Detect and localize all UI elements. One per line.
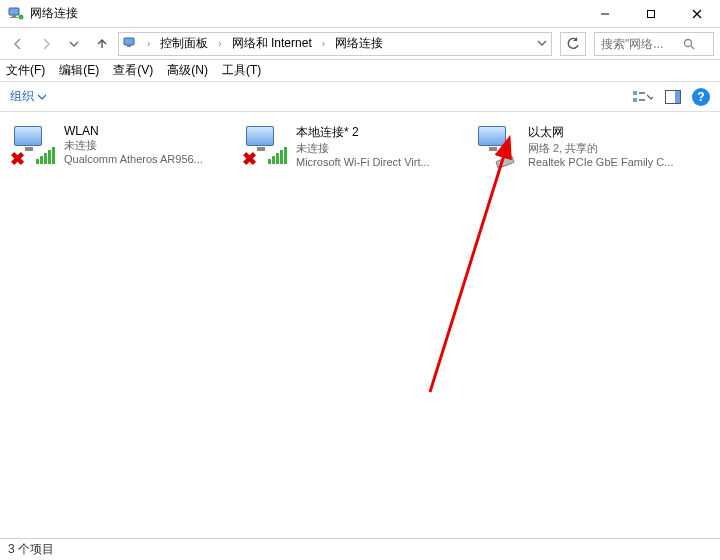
network-adapter-icon: ✖: [10, 124, 58, 166]
svg-rect-14: [639, 92, 645, 94]
connection-name: 本地连接* 2: [296, 124, 430, 141]
ethernet-plug-icon: [495, 155, 515, 169]
connection-item-ethernet[interactable]: 以太网 网络 2, 共享的 Realtek PCIe GbE Family C.…: [470, 120, 700, 172]
status-bar: 3 个项目: [0, 538, 720, 560]
annotation-arrow: [0, 112, 700, 532]
pane-icon: [665, 90, 681, 104]
up-button[interactable]: [90, 32, 114, 56]
organize-label: 组织: [10, 88, 34, 105]
refresh-icon: [566, 37, 580, 51]
status-item-count: 3 个项目: [8, 541, 54, 558]
menu-bar: 文件(F) 编辑(E) 查看(V) 高级(N) 工具(T): [0, 60, 720, 82]
chevron-down-icon: [38, 93, 46, 101]
window-icon: [8, 6, 24, 22]
svg-rect-13: [633, 98, 637, 102]
connection-name: WLAN: [64, 124, 203, 138]
help-button[interactable]: ?: [692, 88, 710, 106]
organize-button[interactable]: 组织: [10, 88, 46, 105]
connection-status: 网络 2, 共享的: [528, 141, 674, 156]
svg-rect-1: [12, 15, 16, 17]
address-icon: [123, 36, 139, 52]
menu-view[interactable]: 查看(V): [113, 62, 153, 79]
svg-rect-17: [675, 91, 680, 103]
content-area: ✖ WLAN 未连接 Qualcomm Atheros AR956... ✖ 本…: [0, 112, 720, 538]
search-icon: [683, 38, 695, 50]
svg-rect-8: [124, 38, 134, 45]
address-bar[interactable]: › 控制面板 › 网络和 Internet › 网络连接: [118, 32, 552, 56]
connection-name: 以太网: [528, 124, 674, 141]
menu-file[interactable]: 文件(F): [6, 62, 45, 79]
breadcrumb-separator: ›: [143, 38, 154, 49]
menu-tools[interactable]: 工具(T): [222, 62, 261, 79]
breadcrumb-item[interactable]: 网络和 Internet: [230, 35, 314, 52]
svg-line-18: [430, 152, 505, 392]
refresh-button[interactable]: [560, 32, 586, 56]
view-icon: [633, 90, 645, 104]
disconnected-icon: ✖: [242, 150, 257, 168]
chevron-down-icon: [537, 38, 547, 48]
preview-pane-button[interactable]: [662, 86, 684, 108]
connection-device: Microsoft Wi-Fi Direct Virt...: [296, 156, 430, 168]
search-input[interactable]: [599, 36, 679, 52]
svg-line-11: [691, 46, 694, 49]
toolbar: 组织 ?: [0, 82, 720, 112]
connection-status: 未连接: [296, 141, 430, 156]
connection-item-wlan[interactable]: ✖ WLAN 未连接 Qualcomm Atheros AR956...: [6, 120, 236, 170]
network-adapter-icon: [474, 124, 522, 166]
forward-button[interactable]: [34, 32, 58, 56]
connection-device: Realtek PCIe GbE Family C...: [528, 156, 674, 168]
recent-dropdown[interactable]: [62, 32, 86, 56]
svg-rect-0: [9, 8, 19, 15]
breadcrumb-separator: ›: [214, 38, 225, 49]
menu-edit[interactable]: 编辑(E): [59, 62, 99, 79]
svg-rect-5: [648, 10, 655, 17]
menu-advanced[interactable]: 高级(N): [167, 62, 208, 79]
minimize-button[interactable]: [582, 0, 628, 27]
maximize-button[interactable]: [628, 0, 674, 27]
view-mode-button[interactable]: [632, 86, 654, 108]
minimize-icon: [600, 9, 610, 19]
svg-rect-9: [127, 45, 131, 47]
connection-status: 未连接: [64, 138, 203, 153]
address-dropdown[interactable]: [537, 37, 547, 51]
arrow-up-icon: [95, 37, 109, 51]
svg-rect-15: [639, 99, 645, 101]
arrow-right-icon: [39, 37, 53, 51]
connection-item-local[interactable]: ✖ 本地连接* 2 未连接 Microsoft Wi-Fi Direct Vir…: [238, 120, 468, 172]
chevron-down-icon: [647, 93, 653, 101]
breadcrumb-item[interactable]: 网络连接: [333, 35, 385, 52]
maximize-icon: [646, 9, 656, 19]
title-bar: 网络连接: [0, 0, 720, 28]
breadcrumb-separator: ›: [318, 38, 329, 49]
svg-point-10: [685, 39, 692, 46]
search-box[interactable]: [594, 32, 714, 56]
window-title: 网络连接: [30, 5, 582, 22]
close-icon: [692, 9, 702, 19]
svg-rect-12: [633, 91, 637, 95]
back-button[interactable]: [6, 32, 30, 56]
svg-point-3: [19, 14, 24, 19]
window-controls: [582, 0, 720, 27]
nav-bar: › 控制面板 › 网络和 Internet › 网络连接: [0, 28, 720, 60]
arrow-left-icon: [11, 37, 25, 51]
chevron-down-icon: [69, 39, 79, 49]
network-adapter-icon: ✖: [242, 124, 290, 166]
disconnected-icon: ✖: [10, 150, 25, 168]
connection-device: Qualcomm Atheros AR956...: [64, 153, 203, 165]
svg-rect-2: [10, 17, 18, 18]
close-button[interactable]: [674, 0, 720, 27]
breadcrumb-item[interactable]: 控制面板: [158, 35, 210, 52]
